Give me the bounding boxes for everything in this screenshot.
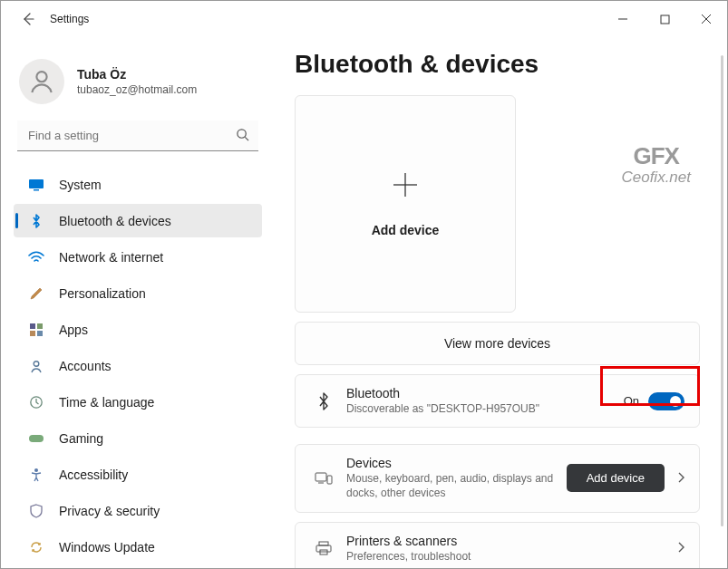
update-icon	[26, 539, 46, 555]
minimize-button[interactable]	[602, 1, 644, 37]
avatar	[19, 59, 64, 104]
chevron-right-icon[interactable]	[677, 541, 684, 555]
search-box[interactable]	[17, 121, 258, 151]
svg-rect-15	[29, 435, 44, 442]
sidebar-item-label: System	[59, 178, 102, 192]
bluetooth-toggle[interactable]	[648, 392, 684, 410]
wifi-icon	[26, 249, 46, 265]
sidebar-item-label: Windows Update	[59, 540, 155, 555]
bluetooth-icon	[26, 213, 46, 229]
paintbrush-icon	[26, 285, 46, 302]
svg-point-13	[34, 361, 39, 366]
sidebar-item-system[interactable]: System	[14, 168, 262, 201]
bluetooth-card: Bluetooth Discoverable as "DESKTOP-H957O…	[295, 374, 700, 428]
svg-line-6	[245, 137, 248, 140]
sidebar-item-time-language[interactable]: Time & language	[14, 385, 262, 419]
scrollbar[interactable]	[721, 55, 723, 526]
minimize-icon	[617, 14, 628, 24]
svg-point-16	[34, 468, 38, 472]
maximize-icon	[660, 14, 670, 24]
search-input[interactable]	[17, 121, 258, 151]
gaming-icon	[26, 430, 46, 447]
clock-globe-icon	[26, 394, 46, 410]
sidebar-item-privacy[interactable]: Privacy & security	[14, 494, 262, 527]
search-icon	[236, 128, 249, 144]
plus-icon	[392, 171, 419, 203]
arrow-left-icon	[21, 12, 35, 26]
svg-rect-10	[37, 323, 43, 329]
sidebar-item-network[interactable]: Network & internet	[14, 240, 262, 274]
shield-icon	[26, 503, 46, 519]
bluetooth-toggle-label: On	[624, 394, 639, 408]
bluetooth-icon	[310, 392, 337, 410]
svg-rect-22	[319, 542, 328, 545]
bluetooth-subtitle: Discoverable as "DESKTOP-H957OUB"	[346, 401, 555, 416]
sidebar-item-accounts[interactable]: Accounts	[14, 349, 262, 382]
sidebar-item-label: Bluetooth & devices	[59, 214, 171, 228]
watermark-logo: GFX	[621, 142, 691, 170]
svg-rect-8	[34, 189, 39, 191]
apps-icon	[26, 322, 46, 338]
sidebar-item-label: Gaming	[59, 431, 103, 446]
toggle-knob	[670, 396, 681, 407]
printers-title: Printers & scanners	[346, 534, 665, 548]
profile-name: Tuba Öz	[77, 67, 197, 82]
printers-card[interactable]: Printers & scanners Preferences, trouble…	[295, 522, 700, 569]
add-device-button[interactable]: Add device	[567, 464, 665, 492]
svg-rect-12	[37, 331, 43, 336]
window-title: Settings	[50, 13, 602, 25]
devices-card[interactable]: Devices Mouse, keyboard, pen, audio, dis…	[295, 444, 700, 512]
watermark-text: Ceofix.net	[621, 169, 691, 187]
svg-point-5	[238, 130, 246, 138]
close-icon	[701, 14, 712, 24]
printer-icon	[310, 541, 337, 555]
sidebar-item-label: Accessibility	[59, 468, 128, 482]
sidebar-item-gaming[interactable]: Gaming	[14, 421, 262, 455]
svg-rect-1	[661, 15, 669, 24]
user-icon	[27, 67, 56, 96]
svg-rect-20	[327, 476, 332, 484]
printers-subtitle: Preferences, troubleshoot	[346, 549, 555, 564]
sidebar-item-label: Apps	[59, 323, 88, 337]
devices-title: Devices	[346, 456, 567, 470]
profile[interactable]: Tuba Öz tubaoz_oz@hotmail.com	[14, 55, 262, 121]
bluetooth-title: Bluetooth	[346, 386, 624, 400]
profile-email: tubaoz_oz@hotmail.com	[77, 83, 197, 96]
svg-rect-7	[29, 179, 44, 188]
chevron-right-icon[interactable]	[677, 471, 684, 486]
svg-rect-9	[30, 323, 35, 329]
page-title: Bluetooth & devices	[295, 50, 700, 79]
sidebar-item-bluetooth-devices[interactable]: Bluetooth & devices	[14, 204, 262, 237]
svg-rect-19	[315, 473, 326, 481]
sidebar-item-accessibility[interactable]: Accessibility	[14, 458, 262, 491]
watermark: GFX Ceofix.net	[621, 142, 691, 187]
svg-rect-23	[316, 545, 331, 552]
view-more-label: View more devices	[444, 336, 550, 351]
back-button[interactable]	[15, 6, 41, 32]
view-more-devices[interactable]: View more devices	[295, 322, 700, 365]
close-button[interactable]	[685, 1, 727, 37]
svg-rect-11	[30, 331, 35, 336]
sidebar-item-label: Time & language	[59, 395, 154, 410]
svg-point-4	[36, 72, 46, 82]
accessibility-icon	[26, 467, 46, 483]
add-device-label: Add device	[372, 223, 440, 237]
sidebar-item-apps[interactable]: Apps	[14, 313, 262, 346]
sidebar-item-label: Accounts	[59, 359, 112, 373]
add-device-tile[interactable]: Add device	[295, 95, 516, 313]
sidebar-item-label: Privacy & security	[59, 504, 160, 518]
accounts-icon	[26, 358, 46, 374]
sidebar-item-label: Personalization	[59, 286, 146, 301]
devices-subtitle: Mouse, keyboard, pen, audio, displays an…	[346, 471, 555, 500]
monitor-icon	[26, 177, 46, 193]
sidebar-item-personalization[interactable]: Personalization	[14, 276, 262, 310]
sidebar-item-label: Network & internet	[59, 250, 163, 265]
maximize-button[interactable]	[644, 1, 685, 37]
sidebar-item-windows-update[interactable]: Windows Update	[14, 530, 262, 564]
devices-icon	[310, 471, 337, 486]
